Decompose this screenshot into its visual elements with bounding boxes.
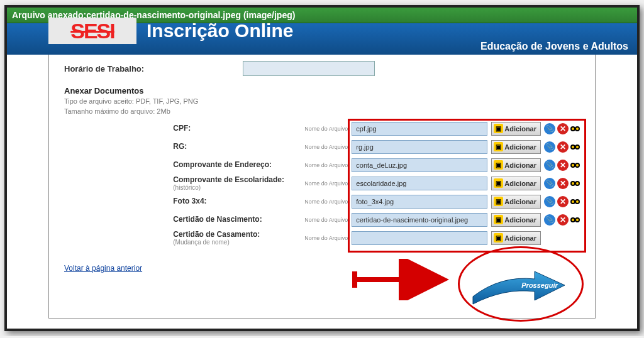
document-icon: ▣ xyxy=(494,160,503,170)
logo-box: SESI xyxy=(48,18,136,44)
add-button-label: Adicionar xyxy=(504,143,536,151)
add-button[interactable]: ▣Adicionar xyxy=(491,140,541,154)
document-icon: ▣ xyxy=(494,124,503,133)
delete-icon[interactable]: ✕ xyxy=(557,178,569,189)
file-name-input[interactable] xyxy=(352,195,487,209)
attach-icon[interactable]: 📎 xyxy=(544,196,555,207)
delete-icon[interactable]: ✕ xyxy=(557,214,569,226)
view-icon[interactable] xyxy=(570,181,580,186)
doc-sublabel: (histórico) xyxy=(173,184,299,191)
section-heading: Anexar Documentos xyxy=(64,86,580,95)
add-button-label: Adicionar xyxy=(504,234,536,242)
file-name-input[interactable] xyxy=(352,122,487,136)
attach-icon[interactable]: 📎 xyxy=(544,214,555,226)
prosseguir-button[interactable]: Prosseguir xyxy=(469,264,570,309)
document-icon: ▣ xyxy=(494,142,503,151)
header-banner: SESI Inscrição Online Educação de Jovens… xyxy=(7,23,637,55)
file-name-input[interactable] xyxy=(352,140,487,154)
document-icon: ▣ xyxy=(494,178,503,188)
delete-icon[interactable]: ✕ xyxy=(557,141,569,153)
content-panel: Horário de Trabalho: Anexar Documentos T… xyxy=(48,55,596,319)
file-name-label: Nome do Arquivo xyxy=(299,126,352,132)
logo-text: SESI xyxy=(70,19,114,43)
doc-label: RG: xyxy=(173,143,299,151)
back-link[interactable]: Voltar à página anterior xyxy=(64,264,142,273)
doc-row: Certidão de Nascimento:Nome do Arquivo▣A… xyxy=(173,212,580,227)
doc-row: RG:Nome do Arquivo▣Adicionar📎✕ xyxy=(173,139,580,155)
add-button-label: Adicionar xyxy=(504,180,536,187)
delete-icon[interactable]: ✕ xyxy=(557,160,569,171)
file-name-input[interactable] xyxy=(352,177,487,190)
add-button[interactable]: ▣Adicionar xyxy=(491,195,541,209)
file-name-label: Nome do Arquivo xyxy=(299,199,352,205)
add-button-label: Adicionar xyxy=(504,198,536,205)
doc-row: Comprovante de Escolaridade:(histórico)N… xyxy=(173,176,580,191)
delete-icon[interactable]: ✕ xyxy=(557,123,569,134)
delete-icon[interactable]: ✕ xyxy=(557,196,569,207)
add-button-label: Adicionar xyxy=(504,161,536,169)
add-button[interactable]: ▣Adicionar xyxy=(491,177,541,190)
doc-row: Foto 3x4:Nome do Arquivo▣Adicionar📎✕ xyxy=(173,194,580,209)
file-name-label: Nome do Arquivo xyxy=(299,144,352,150)
add-button[interactable]: ▣Adicionar xyxy=(491,213,541,227)
attach-icon[interactable]: 📎 xyxy=(544,160,555,171)
doc-label: Certidão de Nascimento: xyxy=(173,215,299,224)
app-frame: Arquivo anexado:certidao-de-nascimento-o… xyxy=(4,5,640,331)
view-icon[interactable] xyxy=(570,217,580,222)
doc-label: Certidão de Casamento:(Mudança de nome) xyxy=(173,231,299,246)
file-name-input[interactable] xyxy=(352,158,487,172)
add-button[interactable]: ▣Adicionar xyxy=(491,231,541,245)
doc-label: CPF: xyxy=(173,124,299,133)
document-icon: ▣ xyxy=(494,233,503,243)
prosseguir-wrap: Prosseguir xyxy=(469,264,570,312)
doc-sublabel: (Mudança de nome) xyxy=(173,239,299,246)
page-title: Inscrição Online xyxy=(147,20,293,41)
horario-input[interactable] xyxy=(243,61,375,76)
view-icon[interactable] xyxy=(570,199,580,204)
view-icon[interactable] xyxy=(570,163,580,168)
add-button-label: Adicionar xyxy=(504,125,536,133)
view-icon[interactable] xyxy=(570,126,580,131)
doc-label: Comprovante de Endereço: xyxy=(173,161,299,169)
doc-row: CPF:Nome do Arquivo▣Adicionar📎✕ xyxy=(173,121,580,136)
doc-row: Comprovante de Endereço:Nome do Arquivo▣… xyxy=(173,158,580,173)
add-button-label: Adicionar xyxy=(504,216,536,224)
prosseguir-label: Prosseguir xyxy=(521,281,558,289)
section-accepted: Tipo de arquivo aceito: PDF, TIF, JPG, P… xyxy=(64,97,580,106)
file-name-label: Nome do Arquivo xyxy=(299,162,352,168)
view-icon[interactable] xyxy=(570,144,580,150)
file-name-label: Nome do Arquivo xyxy=(299,217,352,223)
doc-row: Certidão de Casamento:(Mudança de nome)N… xyxy=(173,231,580,246)
doc-label: Comprovante de Escolaridade:(histórico) xyxy=(173,176,299,191)
horario-label: Horário de Trabalho: xyxy=(64,64,203,74)
file-name-input[interactable] xyxy=(352,213,487,227)
attach-icon[interactable]: 📎 xyxy=(544,141,555,153)
file-name-input[interactable] xyxy=(352,231,487,245)
add-button[interactable]: ▣Adicionar xyxy=(491,158,541,172)
header-subtitle: Educação de Jovens e Adultos xyxy=(480,41,628,52)
attach-icon[interactable]: 📎 xyxy=(544,123,555,134)
attach-icon[interactable]: 📎 xyxy=(544,178,555,189)
document-icon: ▣ xyxy=(494,197,503,206)
file-name-label: Nome do Arquivo xyxy=(299,180,352,187)
add-button[interactable]: ▣Adicionar xyxy=(491,122,541,136)
document-icon: ▣ xyxy=(494,215,503,224)
horario-row: Horário de Trabalho: xyxy=(64,61,580,76)
doc-label: Foto 3x4: xyxy=(173,197,299,205)
file-name-label: Nome do Arquivo xyxy=(299,235,352,241)
section-maxsize: Tamanho máximo do arquivo: 2Mb xyxy=(64,107,580,116)
